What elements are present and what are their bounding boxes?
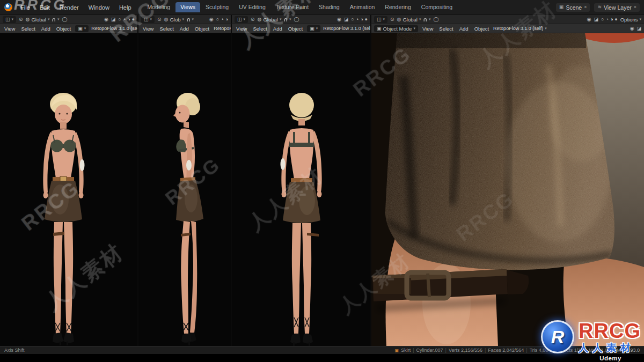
solid-shading-icon[interactable]: ◔: [605, 17, 608, 22]
wireframe-shading-icon[interactable]: ○: [601, 17, 604, 22]
wireframe-shading-icon[interactable]: ○: [216, 17, 219, 22]
rendered-shading-icon[interactable]: ●: [614, 17, 617, 22]
view-layer-selector[interactable]: ≋ View Layer ×: [594, 3, 640, 12]
pivot-point-icon[interactable]: ⊙: [19, 17, 23, 22]
object-menu[interactable]: Object: [473, 26, 491, 32]
proportional-editing-icon[interactable]: ◯: [62, 17, 67, 22]
view-menu[interactable]: View: [235, 26, 248, 32]
solid-shading-icon[interactable]: ◔: [356, 17, 358, 22]
retopoflow-menu[interactable]: RetopoFlow 3.1.0 (self) ▾: [323, 26, 371, 31]
unlink-view-layer-icon[interactable]: ×: [634, 5, 636, 10]
xray-toggle-icon[interactable]: ◪: [594, 17, 598, 22]
add-menu[interactable]: Add: [178, 26, 191, 32]
cube-icon: ▣: [310, 26, 314, 31]
rendered-shading-icon[interactable]: ●: [365, 17, 368, 22]
orientation-label: Global: [402, 17, 417, 23]
tab-uv-editing[interactable]: UV Editing: [234, 2, 270, 12]
tab-compositing[interactable]: Compositing: [416, 2, 457, 12]
snap-dropdown[interactable]: U ▾: [187, 17, 194, 22]
pivot-point-icon[interactable]: ⊙: [390, 17, 394, 22]
overlays-icon[interactable]: ◉: [209, 17, 214, 22]
rendered-shading-icon[interactable]: ●: [132, 17, 135, 22]
xray-toggle-icon[interactable]: ◪: [111, 17, 116, 22]
wireframe-shading-icon[interactable]: ○: [118, 17, 121, 22]
overlays-icon[interactable]: ◉: [630, 26, 634, 31]
xray-toggle-icon[interactable]: ◪: [636, 26, 641, 31]
view-menu[interactable]: View: [141, 26, 155, 32]
object-menu[interactable]: Object: [193, 26, 211, 32]
editor-type-dropdown[interactable]: ◫ ▾: [3, 16, 16, 23]
scene-selector[interactable]: ▣ Scene ×: [556, 3, 590, 12]
blender-logo-icon[interactable]: [4, 3, 12, 11]
orientation-dropdown[interactable]: ◍ Glob ▾: [164, 17, 184, 23]
active-tool-dropdown[interactable]: ▣ ▾: [75, 25, 89, 32]
orientation-dropdown[interactable]: ◍ Global ▾: [258, 17, 282, 23]
solid-shading-icon[interactable]: ◔: [123, 17, 126, 22]
torso: [52, 129, 76, 178]
render-menu[interactable]: Render: [56, 3, 83, 12]
unlink-scene-icon[interactable]: ×: [584, 5, 587, 10]
snap-dropdown[interactable]: U ▾: [423, 17, 430, 22]
add-menu[interactable]: Add: [458, 26, 470, 32]
view-menu[interactable]: View: [3, 26, 17, 32]
select-menu[interactable]: Select: [19, 26, 36, 32]
viewport-3-canvas[interactable]: [232, 33, 371, 346]
material-shading-icon[interactable]: ◑: [610, 17, 613, 22]
object-menu[interactable]: Object: [287, 26, 304, 32]
overlays-icon[interactable]: ◉: [104, 17, 108, 22]
options-dropdown[interactable]: Options ▾: [620, 17, 641, 23]
editor-type-dropdown[interactable]: ◫ ▾: [374, 16, 387, 23]
solid-shading-icon[interactable]: ◔: [221, 17, 223, 22]
overlays-icon[interactable]: ◉: [587, 17, 591, 22]
pivot-point-icon[interactable]: ⊙: [251, 17, 255, 22]
orientation-dropdown[interactable]: ◍ Global ▾: [26, 17, 50, 23]
bottom-strip: Udemy: [0, 354, 644, 362]
xray-toggle-icon[interactable]: ◪: [344, 17, 349, 22]
orientation-dropdown[interactable]: ◍ Global ▾: [397, 17, 421, 23]
object-menu[interactable]: Object: [55, 26, 72, 32]
tab-rendering[interactable]: Rendering: [380, 2, 415, 12]
add-menu[interactable]: Add: [272, 26, 284, 32]
viewport-4-canvas[interactable]: [371, 33, 644, 346]
help-menu[interactable]: Help: [115, 3, 135, 12]
select-menu[interactable]: Select: [158, 26, 175, 32]
snap-dropdown[interactable]: U ▾: [52, 17, 59, 22]
tab-views[interactable]: Views: [175, 2, 200, 12]
add-menu[interactable]: Add: [40, 26, 52, 32]
retopoflow-menu[interactable]: RetopoFlow 3.1.0 (self): [214, 26, 232, 31]
active-tool-dropdown[interactable]: ▣ ▾: [307, 25, 320, 32]
viewport-1-canvas[interactable]: [0, 33, 138, 346]
tab-shading[interactable]: Shading: [314, 2, 345, 12]
tab-modeling[interactable]: Modeling: [143, 2, 175, 12]
material-shading-icon[interactable]: ◑: [127, 17, 130, 22]
proportional-editing-icon[interactable]: ◯: [433, 17, 438, 22]
editor-type-dropdown[interactable]: ◫ ▾: [235, 16, 248, 23]
edit-menu[interactable]: Edit: [36, 3, 54, 12]
retopoflow-menu[interactable]: RetopoFlow 3.1.0 (self) ▾: [493, 26, 547, 31]
face: [175, 105, 190, 123]
retopoflow-menu[interactable]: RetopoFlow 3.1.0 (self) ▾: [91, 26, 138, 31]
overlays-icon[interactable]: ◉: [337, 17, 341, 22]
tab-texture-paint[interactable]: Texture Paint: [271, 2, 313, 12]
wireframe-shading-icon[interactable]: ○: [351, 17, 354, 22]
snap-dropdown[interactable]: U ▾: [284, 17, 291, 22]
viewport-2-canvas[interactable]: [138, 33, 232, 346]
legs: [292, 223, 311, 334]
material-shading-icon[interactable]: ◑: [225, 17, 228, 22]
status-hint: Axis Shift: [4, 348, 25, 353]
view-menu[interactable]: View: [421, 26, 435, 32]
udemy-watermark: Udemy: [599, 355, 621, 361]
window-menu[interactable]: Window: [85, 3, 113, 12]
editor-type-dropdown[interactable]: ◫ ▾: [141, 16, 155, 23]
chevron-down-icon: ▾: [57, 17, 60, 21]
tab-animation[interactable]: Animation: [345, 2, 380, 12]
select-menu[interactable]: Select: [251, 26, 268, 32]
select-menu[interactable]: Select: [437, 26, 455, 32]
material-shading-icon[interactable]: ◑: [360, 17, 363, 22]
file-menu[interactable]: File: [17, 3, 34, 12]
tab-sculpting[interactable]: Sculpting: [201, 2, 233, 12]
topbar-right: ▣ Scene × ≋ View Layer ×: [556, 3, 640, 12]
mode-dropdown[interactable]: ▣ Object Mode ▾: [374, 25, 418, 32]
proportional-editing-icon[interactable]: ◯: [294, 17, 299, 22]
pivot-point-icon[interactable]: ⊙: [157, 17, 162, 22]
